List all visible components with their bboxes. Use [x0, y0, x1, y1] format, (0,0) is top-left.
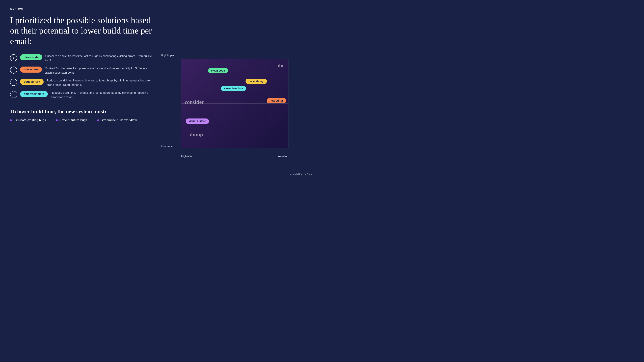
list-item: 1 clean code Critical to do first: Solve… [10, 54, 154, 62]
chart-area: do consider dump clean code code library… [181, 59, 288, 148]
bullet-dot [10, 119, 12, 121]
list-item: 2 new editor Ranked 2nd because it's a p… [10, 66, 154, 75]
badge-smart-template: smart template [20, 91, 48, 97]
chart-label-consider: consider [185, 99, 204, 105]
items-list: 1 clean code Critical to do first: Solve… [10, 54, 154, 99]
footer-page-number: STEVEN CHU • 11 [290, 172, 312, 175]
item-number-1: 1 [10, 54, 17, 61]
chart-badge-clean-code: clean code [208, 68, 228, 73]
bullet-list: Eliminate existing bugs Prevent future b… [10, 118, 154, 122]
bullet-item-1: Eliminate existing bugs [10, 118, 46, 122]
chart-label-do: do [278, 62, 283, 69]
axis-label-low-effort: Low effort [277, 155, 288, 158]
item-description-2: Ranked 2nd because it's a prerequisite f… [45, 66, 154, 75]
list-item: 4 smart template Reduces build time. Pre… [10, 91, 154, 99]
item-number-4: 4 [10, 91, 17, 98]
item-description-1: Critical to do first: Solves time lost t… [45, 54, 154, 62]
bottom-heading: To lower build time, the new system must… [10, 108, 154, 115]
chart-badge-code-library: code library [246, 79, 267, 84]
bullet-item-3: Streamline build workflow [97, 118, 137, 122]
chart-badge-smart-template: smart template [221, 86, 246, 91]
bullet-item-2: Prevent future bugs [56, 118, 87, 122]
bullet-text-2: Prevent future bugs [59, 118, 87, 122]
item-description-4: Reduces build time. Prevents time lost t… [51, 91, 154, 99]
chart-label-dump: dump [190, 131, 203, 138]
axis-label-low-impact: Low Impact [161, 145, 175, 148]
content-area: 1 clean code Critical to do first: Solve… [10, 54, 312, 158]
chart-badge-visual-builder: visual builder [186, 118, 209, 124]
section-label: IDEATION [10, 7, 312, 10]
badge-clean-code: clean code [20, 54, 42, 60]
item-description-3: Reduces build time. Prevents time lost t… [46, 78, 154, 87]
badge-code-library: code library [20, 79, 44, 85]
axis-label-high-effort: High effort [181, 155, 194, 158]
badge-new-editor: new editor [20, 66, 42, 72]
bullet-text-1: Eliminate existing bugs [14, 118, 46, 122]
main-heading: I prioritized the possible solutions bas… [10, 15, 161, 46]
bullet-text-3: Streamline build workflow [100, 118, 137, 122]
item-number-2: 2 [10, 66, 17, 73]
chart-container: High Impact Low Impact do consider dump … [161, 54, 288, 158]
bottom-section: To lower build time, the new system must… [10, 108, 154, 122]
bullet-dot [56, 119, 58, 121]
left-panel: 1 clean code Critical to do first: Solve… [10, 54, 154, 122]
right-panel: High Impact Low Impact do consider dump … [161, 54, 312, 158]
item-number-3: 3 [10, 79, 17, 86]
chart-badge-new-editor: new editor [267, 98, 286, 103]
axis-label-high-impact: High Impact [161, 54, 175, 57]
list-item: 3 code library Reduces build time. Preve… [10, 78, 154, 87]
bullet-dot [97, 119, 99, 121]
page: IDEATION I prioritized the possible solu… [0, 0, 322, 181]
chart-v-line [235, 59, 235, 148]
